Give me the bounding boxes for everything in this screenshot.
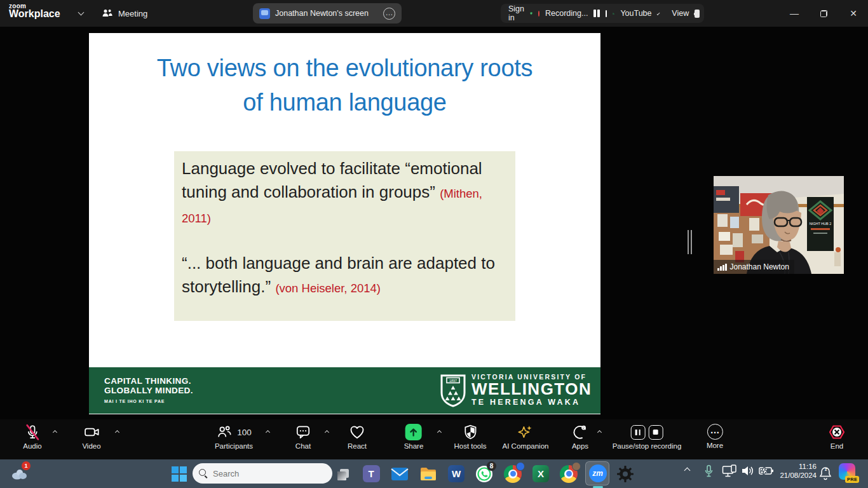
youtube-stream-label[interactable]: YouTube bbox=[620, 9, 651, 18]
share-screen-icon bbox=[405, 424, 422, 440]
start-button[interactable] bbox=[169, 464, 189, 484]
copilot-pre-badge: PRE bbox=[845, 476, 859, 483]
citation-von-heiseler: (von Heiseler, 2014) bbox=[275, 281, 381, 295]
participants-count: 100 bbox=[237, 428, 252, 437]
restore-button[interactable] bbox=[813, 0, 834, 27]
view-layout-icon[interactable] bbox=[695, 10, 696, 18]
time: 11:16 bbox=[766, 462, 817, 471]
share-options-chevron[interactable] bbox=[437, 430, 442, 435]
tab-meeting-label: Meeting bbox=[118, 9, 147, 18]
share-button[interactable]: Share bbox=[404, 424, 424, 450]
university-wordmark: VICTORIA UNIVERSITY OF WELLINGTON TE HER… bbox=[471, 373, 592, 407]
teams-app-button[interactable]: T bbox=[361, 464, 381, 484]
panel-resize-handle[interactable] bbox=[688, 230, 693, 254]
taskbar-search[interactable] bbox=[193, 463, 332, 484]
ai-sparkle-icon bbox=[517, 424, 534, 440]
excel-icon: X bbox=[532, 465, 549, 482]
taskbar-clock[interactable]: 11:16 21/08/2024 bbox=[766, 462, 817, 480]
screen-share-icon bbox=[259, 8, 270, 19]
slide-footer: CAPITAL THINKING. GLOBALLY MINDED. MAI I… bbox=[89, 367, 600, 414]
word-icon: W bbox=[448, 465, 465, 482]
more-ellipsis-icon: … bbox=[707, 424, 722, 440]
tray-microphone-icon[interactable] bbox=[704, 464, 714, 478]
stop-recording-icon[interactable] bbox=[649, 425, 663, 440]
video-button[interactable]: Video bbox=[82, 424, 100, 450]
mail-app-button[interactable] bbox=[390, 464, 410, 484]
tray-volume-icon[interactable] bbox=[741, 464, 755, 477]
more-button[interactable]: … More bbox=[707, 424, 723, 449]
whatsapp-badge: 8 bbox=[487, 461, 496, 471]
pause-recording-button[interactable] bbox=[593, 10, 600, 17]
pause-stop-recording-button[interactable]: Pause/stop recording bbox=[613, 424, 682, 450]
university-tagline: CAPITAL THINKING. GLOBALLY MINDED. MAI I… bbox=[104, 376, 193, 406]
presentation-slide: Two views on the evolutionary roots of h… bbox=[89, 33, 600, 414]
people-icon bbox=[102, 8, 113, 18]
quote-mithen: Language evolved to facilitate “emotiona… bbox=[182, 157, 508, 230]
minimize-button[interactable]: — bbox=[783, 0, 805, 27]
zoom-workplace-window: zoom Workplace Meeting Jonathan Newton's… bbox=[0, 0, 868, 488]
sign-in-link[interactable]: Sign in bbox=[508, 4, 524, 22]
close-button[interactable]: ✕ bbox=[843, 0, 864, 27]
search-icon bbox=[199, 469, 208, 478]
pause-recording-icon[interactable] bbox=[631, 425, 646, 440]
file-explorer-button[interactable] bbox=[418, 464, 438, 484]
apps-button[interactable]: Apps bbox=[572, 424, 588, 450]
participant-video-tile[interactable]: NIGHT HUB 2 Jonathan Newton bbox=[714, 176, 844, 274]
search-input[interactable] bbox=[213, 469, 325, 478]
tab-screen-share-label: Jonathan Newton's screen bbox=[275, 9, 369, 18]
end-meeting-button[interactable]: End bbox=[829, 424, 846, 450]
tray-cast-device-icon[interactable] bbox=[722, 464, 737, 478]
tray-overflow-chevron[interactable] bbox=[684, 468, 691, 474]
camera-icon bbox=[83, 424, 100, 440]
heart-icon bbox=[349, 424, 365, 440]
participants-icon bbox=[216, 424, 233, 440]
word-app-button[interactable]: W bbox=[446, 464, 466, 484]
participant-name-tag: Jonathan Newton bbox=[714, 260, 794, 274]
restore-icon bbox=[820, 10, 827, 17]
zoom-workplace-menu[interactable]: zoom Workplace bbox=[9, 3, 60, 20]
widgets-weather-button[interactable]: 1 bbox=[9, 464, 29, 484]
whatsapp-button[interactable]: 8 bbox=[474, 464, 494, 484]
chat-button[interactable]: Chat bbox=[295, 424, 311, 450]
participants-button[interactable]: 100 Participants bbox=[215, 424, 253, 450]
apps-icon bbox=[572, 424, 588, 440]
svg-text:NIGHT HUB 2: NIGHT HUB 2 bbox=[810, 222, 832, 226]
ai-companion-button[interactable]: AI Companion bbox=[503, 424, 549, 450]
video-options-chevron[interactable] bbox=[115, 430, 119, 435]
chrome-profile-button[interactable] bbox=[559, 464, 579, 484]
live-stream-icon bbox=[613, 9, 614, 18]
tab-meeting[interactable]: Meeting bbox=[102, 0, 147, 27]
host-tools-button[interactable]: Host tools bbox=[454, 424, 486, 450]
microphone-muted-icon bbox=[24, 424, 41, 440]
mail-envelope-icon bbox=[391, 467, 409, 481]
slide-quote-box: Language evolved to facilitate “emotiona… bbox=[174, 151, 515, 321]
audio-button[interactable]: Audio bbox=[23, 424, 41, 450]
zoom-app-button[interactable]: zm bbox=[585, 461, 609, 485]
chevron-down-icon[interactable] bbox=[78, 10, 85, 16]
settings-button[interactable] bbox=[615, 464, 635, 484]
gear-icon bbox=[616, 465, 634, 483]
recording-dot-icon bbox=[538, 11, 539, 17]
webcam-scene: NIGHT HUB 2 bbox=[714, 176, 844, 274]
react-button[interactable]: React bbox=[348, 424, 367, 450]
tab-screen-share[interactable]: Jonathan Newton's screen … bbox=[253, 3, 402, 24]
chevron-down-icon[interactable] bbox=[656, 12, 660, 15]
view-button[interactable]: View bbox=[672, 9, 689, 18]
chrome-meet-button[interactable] bbox=[503, 464, 523, 484]
taskview-desktops-button[interactable] bbox=[333, 464, 353, 484]
date: 21/08/2024 bbox=[766, 471, 817, 480]
stop-recording-button[interactable] bbox=[606, 10, 607, 17]
audio-options-chevron[interactable] bbox=[53, 430, 57, 435]
meet-overlay-icon bbox=[516, 462, 525, 471]
widget-badge: 1 bbox=[22, 461, 31, 470]
tab-options-icon[interactable]: … bbox=[383, 8, 395, 20]
security-shield-icon[interactable] bbox=[530, 7, 532, 20]
participants-options-chevron[interactable] bbox=[266, 430, 270, 435]
chat-options-chevron[interactable] bbox=[325, 430, 329, 435]
excel-app-button[interactable]: X bbox=[531, 464, 551, 484]
notifications-bell-button[interactable]: z bbox=[819, 466, 832, 481]
apps-options-chevron[interactable] bbox=[597, 430, 602, 435]
university-shield-logo: 1897 bbox=[440, 374, 466, 407]
connection-signal-icon bbox=[717, 264, 727, 271]
svg-text:1897: 1897 bbox=[449, 379, 457, 383]
